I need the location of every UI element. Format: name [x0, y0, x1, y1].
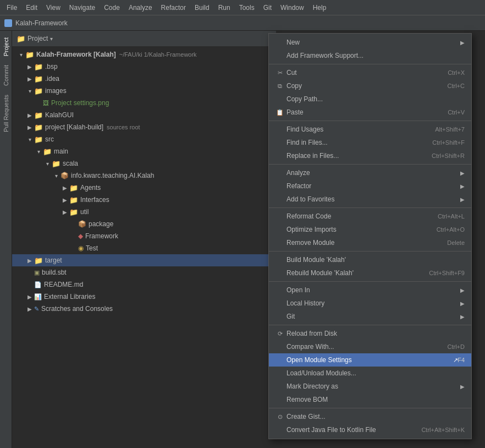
ctx-mark-directory-as[interactable]: Mark Directory as ▶ [269, 380, 471, 393]
menu-bar: File Edit View Navigate Code Analyze Ref… [0, 0, 485, 15]
folder-icon: 📁 [16, 35, 25, 43]
ctx-cut[interactable]: ✂ Cut Ctrl+X [269, 66, 471, 79]
ctx-paste[interactable]: 📋 Paste Ctrl+V [269, 106, 471, 119]
ctx-reload-from-disk[interactable]: ⟳ Reload from Disk [269, 327, 471, 340]
util-label: util [80, 208, 89, 216]
ctx-refactor-arrow: ▶ [460, 183, 465, 189]
ctx-local-history-label: Local History [286, 299, 457, 307]
tree-item-framework[interactable]: ◆ Framework [12, 230, 276, 242]
menu-edit[interactable]: Edit [21, 2, 42, 14]
ctx-rebuild-shortcut: Ctrl+Shift+F9 [429, 270, 465, 276]
side-tab-commit[interactable]: Commit [1, 61, 11, 90]
ctx-remove-module[interactable]: Remove Module Delete [269, 236, 471, 249]
tree-item-target[interactable]: ▶ 📁 target [12, 254, 276, 266]
info-label: info.kwarc.teaching.AI.Kalah [71, 172, 154, 179]
ctx-reformat-code[interactable]: Reformat Code Ctrl+Alt+L [269, 210, 471, 223]
ctx-add-favorites-label: Add to Favorites [286, 195, 457, 203]
menu-run[interactable]: Run [214, 2, 235, 14]
ctx-copy[interactable]: ⧉ Copy Ctrl+C [269, 79, 471, 92]
menu-build[interactable]: Build [190, 2, 214, 14]
info-package-icon: 📦 [60, 172, 69, 179]
ctx-sep-8 [269, 408, 471, 408]
tree-item-project-settings[interactable]: 🖼 Project settings.png [12, 97, 276, 109]
tree-item-scala[interactable]: ▾ 📁 scala [12, 157, 276, 170]
ctx-refactor[interactable]: Refactor ▶ [269, 179, 471, 193]
ctx-analyze[interactable]: Analyze ▶ [269, 166, 471, 179]
menu-analyze[interactable]: Analyze [124, 2, 157, 14]
ctx-open-in[interactable]: Open In ▶ [269, 283, 471, 297]
expander-idea: ▶ [25, 76, 34, 82]
ctx-create-gist[interactable]: ⊙ Create Gist... [269, 410, 471, 423]
side-tab-pull-requests[interactable]: Pull Requests [1, 90, 11, 136]
ctx-load-unload-modules[interactable]: Load/Unload Modules... [269, 367, 471, 380]
cursor-overlay: ↗ [453, 357, 458, 364]
menu-view[interactable]: View [42, 2, 65, 14]
scratches-label: Scratches and Consoles [41, 305, 113, 313]
tree-item-root[interactable]: ▾ 📁 Kalah-Framework [Kalah] ~/FAU/ki 1/K… [12, 48, 276, 61]
tree-item-images[interactable]: ▾ 📁 images [12, 85, 276, 97]
ctx-find-in-files-shortcut: Ctrl+Shift+F [432, 139, 465, 146]
menu-help[interactable]: Help [308, 2, 331, 14]
menu-tools[interactable]: Tools [235, 2, 259, 14]
side-tab-project[interactable]: Project [1, 33, 11, 61]
expander-agents: ▶ [60, 185, 69, 191]
tree-item-scratches[interactable]: ▶ ✎ Scratches and Consoles [12, 303, 276, 315]
ctx-build-module[interactable]: Build Module 'Kalah' [269, 253, 471, 266]
menu-refactor[interactable]: Refactor [157, 2, 190, 14]
tree-item-test[interactable]: ◉ Test [12, 242, 276, 254]
ctx-local-history[interactable]: Local History ▶ [269, 297, 471, 310]
project-settings-label: Project settings.png [51, 99, 109, 107]
ctx-remove-bom[interactable]: Remove BOM [269, 393, 471, 406]
ctx-add-favorites[interactable]: Add to Favorites ▶ [269, 193, 471, 206]
external-libs-label: External Libraries [44, 293, 95, 301]
side-tabs: Project Commit Pull Requests [0, 31, 12, 448]
tree-item-info-package[interactable]: ▾ 📦 info.kwarc.teaching.AI.Kalah [12, 170, 276, 182]
ctx-find-usages[interactable]: Find Usages Alt+Shift+7 [269, 123, 471, 136]
menu-git[interactable]: Git [259, 2, 276, 14]
ctx-new[interactable]: New ▶ [269, 36, 471, 49]
package-label: package [89, 220, 113, 228]
tree-item-readme[interactable]: 📄 README.md [12, 278, 276, 291]
tree-item-interfaces[interactable]: ▶ 📁 Interfaces [12, 194, 276, 206]
tree-item-project-build[interactable]: ▶ 📁 project [Kalah-build] sources root [12, 121, 276, 133]
ctx-convert-java[interactable]: Convert Java File to Kotlin File Ctrl+Al… [269, 423, 471, 436]
tree-item-util[interactable]: ▶ 📁 util [12, 206, 276, 218]
tree-item-idea[interactable]: ▶ 📁 .idea [12, 73, 276, 85]
tree-item-package[interactable]: 📦 package [12, 218, 276, 230]
menu-navigate[interactable]: Navigate [65, 2, 100, 14]
ctx-sep-6 [269, 281, 471, 282]
ctx-find-in-files[interactable]: Find in Files... Ctrl+Shift+F [269, 136, 471, 149]
ctx-replace-in-files[interactable]: Replace in Files... Ctrl+Shift+R [269, 149, 471, 162]
ctx-find-usages-shortcut: Alt+Shift+7 [435, 126, 465, 133]
window-title: Kalah-Framework [15, 19, 68, 27]
menu-code[interactable]: Code [100, 2, 124, 14]
tree-item-agents[interactable]: ▶ 📁 Agents [12, 182, 276, 194]
menu-file[interactable]: File [2, 2, 21, 14]
ctx-reload-icon: ⟳ [275, 330, 284, 337]
ctx-add-framework[interactable]: Add Framework Support... [269, 49, 471, 62]
ctx-sep-3 [269, 164, 471, 165]
scratches-icon: ✎ [34, 305, 39, 313]
ctx-paste-shortcut: Ctrl+V [448, 109, 465, 116]
kalahgui-label: KalahGUI [45, 111, 74, 119]
ctx-git-label: Git [286, 313, 457, 320]
tree-item-bsp[interactable]: ▶ 📁 .bsp [12, 61, 276, 73]
tree-item-src[interactable]: ▾ 📁 src [12, 133, 276, 145]
agents-label: Agents [80, 184, 101, 192]
chevron-down-icon[interactable]: ▾ [50, 36, 53, 42]
build-sbt-label: build.sbt [42, 269, 67, 276]
ctx-optimize-imports[interactable]: Optimize Imports Ctrl+Alt+O [269, 223, 471, 236]
ctx-git[interactable]: Git ▶ [269, 310, 471, 323]
ctx-open-module-settings[interactable]: Open Module Settings F4 ↗ [269, 353, 471, 367]
ctx-create-gist-icon: ⊙ [275, 413, 284, 420]
ctx-compare-with[interactable]: Compare With... Ctrl+D [269, 340, 471, 353]
expander-util: ▶ [60, 209, 69, 215]
menu-window[interactable]: Window [276, 2, 308, 14]
tree-item-external-libs[interactable]: ▶ 📊 External Libraries [12, 291, 276, 303]
ctx-rebuild-module[interactable]: Rebuild Module 'Kalah' Ctrl+Shift+F9 [269, 266, 471, 280]
ctx-copy-path[interactable]: Copy Path... [269, 92, 471, 106]
tree-item-main[interactable]: ▾ 📁 main [12, 145, 276, 157]
sbt-file-icon: ▣ [34, 269, 40, 276]
tree-item-kalahgui[interactable]: ▶ 📁 KalahGUI [12, 109, 276, 121]
tree-item-build-sbt[interactable]: ▣ build.sbt [12, 266, 276, 278]
